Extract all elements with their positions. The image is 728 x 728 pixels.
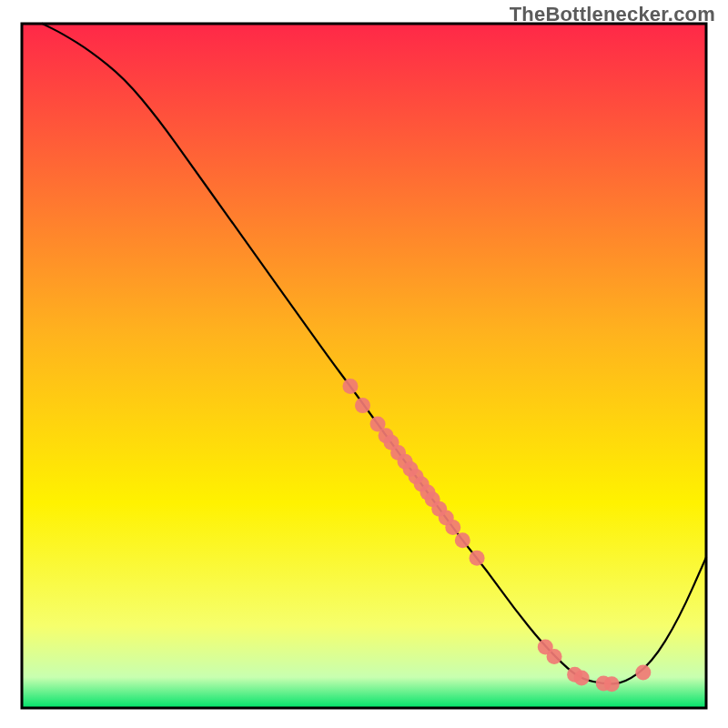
watermark-text: TheBottlenecker.com	[510, 3, 715, 26]
plot-background	[22, 24, 706, 708]
chart-container: TheBottlenecker.com	[0, 0, 728, 728]
data-point	[342, 379, 358, 394]
data-point	[547, 649, 562, 664]
data-point	[355, 398, 370, 413]
data-point	[604, 676, 620, 692]
bottleneck-chart	[0, 0, 728, 728]
data-point	[635, 664, 651, 680]
data-point	[574, 670, 590, 685]
data-point	[445, 520, 460, 535]
data-point	[455, 532, 470, 548]
data-point	[470, 551, 485, 566]
